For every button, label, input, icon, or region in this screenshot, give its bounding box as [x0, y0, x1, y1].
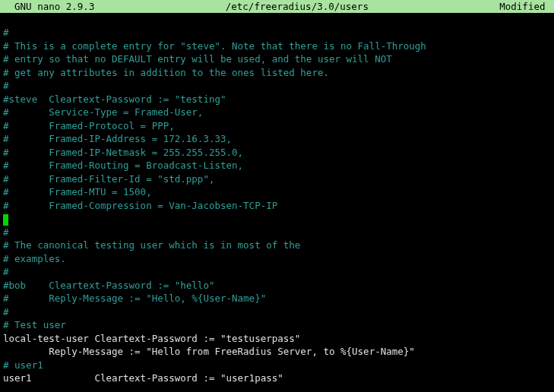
comment-text: #: [3, 80, 9, 91]
editor-line[interactable]: user1 Cleartext-Password := "user1pass": [3, 371, 551, 385]
text-cursor: [3, 214, 8, 226]
config-text: user1 Cleartext-Password := "user1pass": [3, 372, 283, 384]
editor-line[interactable]: # user1: [3, 359, 551, 372]
comment-text: # Framed-IP-Address = 172.16.3.33,: [3, 133, 232, 144]
editor-line[interactable]: # Service-Type = Framed-User,: [3, 106, 551, 119]
editor-line[interactable]: #: [3, 265, 551, 279]
comment-text: #: [3, 226, 9, 238]
comment-text: #: [3, 266, 9, 277]
editor-content[interactable]: ## This is a complete entry for "steve".…: [0, 13, 554, 392]
comment-text: # Framed-MTU = 1500,: [3, 186, 152, 198]
editor-line[interactable]: # examples.: [3, 252, 551, 266]
editor-line[interactable]: # entry so that no DEFAULT entry will be…: [3, 52, 551, 66]
editor-line[interactable]: # Framed-IP-Netmask = 255.255.255.0,: [3, 146, 551, 160]
editor-line[interactable]: #: [3, 79, 551, 93]
editor-line[interactable]: #: [3, 226, 551, 239]
editor-line[interactable]: # Framed-IP-Address = 172.16.3.33,: [3, 132, 551, 146]
comment-text: # Framed-IP-Netmask = 255.255.255.0,: [3, 147, 243, 158]
editor-line[interactable]: # Reply-Message := "Hello, %{User-Name}": [3, 292, 551, 305]
editor-line[interactable]: [3, 13, 551, 26]
editor-line[interactable]: # Framed-Protocol = PPP,: [3, 119, 551, 133]
editor-line[interactable]: # get any attributes in addition to the …: [3, 66, 551, 80]
comment-text: # Service-Type = Framed-User,: [3, 106, 203, 118]
editor-line[interactable]: # Framed-Filter-Id = "std.ppp",: [3, 172, 551, 186]
comment-text: # Reply-Message := "Hello, %{User-Name}": [3, 292, 266, 304]
comment-text: # The canonical testing user which is in…: [3, 239, 300, 251]
editor-line[interactable]: # This is a complete entry for "steve". …: [3, 40, 551, 53]
editor-line[interactable]: local-test-user Cleartext-Password := "t…: [3, 332, 551, 346]
editor-line[interactable]: [3, 385, 551, 393]
comment-text: # entry so that no DEFAULT entry will be…: [3, 53, 392, 65]
modified-flag: Modified: [499, 0, 551, 13]
comment-text: #: [3, 27, 9, 38]
editor-line[interactable]: # The canonical testing user which is in…: [3, 239, 551, 252]
editor-line[interactable]: #steve Cleartext-Password := "testing": [3, 93, 551, 106]
editor-line[interactable]: Reply-Message := "Hello from FreeRadius …: [3, 345, 551, 359]
comment-text: # This is a complete entry for "steve". …: [3, 40, 426, 52]
file-path: /etc/freeradius/3.0/users: [226, 0, 369, 13]
comment-text: # get any attributes in addition to the …: [3, 67, 329, 78]
comment-text: #bob Cleartext-Password := "hello": [3, 280, 214, 291]
comment-text: # Framed-Protocol = PPP,: [3, 120, 175, 131]
editor-line[interactable]: # Framed-Routing = Broadcast-Listen,: [3, 159, 551, 172]
editor-line[interactable]: # Framed-Compression = Van-Jacobsen-TCP-…: [3, 199, 551, 213]
comment-text: #steve Cleartext-Password := "testing": [3, 93, 226, 105]
config-text: local-test-user Cleartext-Password := "t…: [3, 333, 300, 344]
comment-text: # examples.: [3, 253, 66, 264]
comment-text: # Test user: [3, 319, 66, 330]
editor-titlebar: GNU nano 2.9.3 /etc/freeradius/3.0/users…: [0, 0, 554, 13]
editor-line[interactable]: #bob Cleartext-Password := "hello": [3, 279, 551, 292]
comment-text: # Framed-Filter-Id = "std.ppp",: [3, 173, 214, 185]
comment-text: # user1: [3, 359, 43, 371]
editor-line[interactable]: #: [3, 305, 551, 319]
comment-text: # Framed-Compression = Van-Jacobsen-TCP-…: [3, 200, 277, 211]
editor-line[interactable]: # Framed-MTU = 1500,: [3, 185, 551, 199]
editor-line[interactable]: #: [3, 26, 551, 40]
comment-text: #: [3, 306, 9, 318]
editor-line[interactable]: [3, 212, 551, 226]
app-name: GNU nano 2.9.3: [3, 0, 94, 13]
comment-text: # Framed-Routing = Broadcast-Listen,: [3, 160, 243, 171]
config-text: Reply-Message := "Hello from FreeRadius …: [3, 346, 415, 357]
editor-line[interactable]: # Test user: [3, 318, 551, 332]
